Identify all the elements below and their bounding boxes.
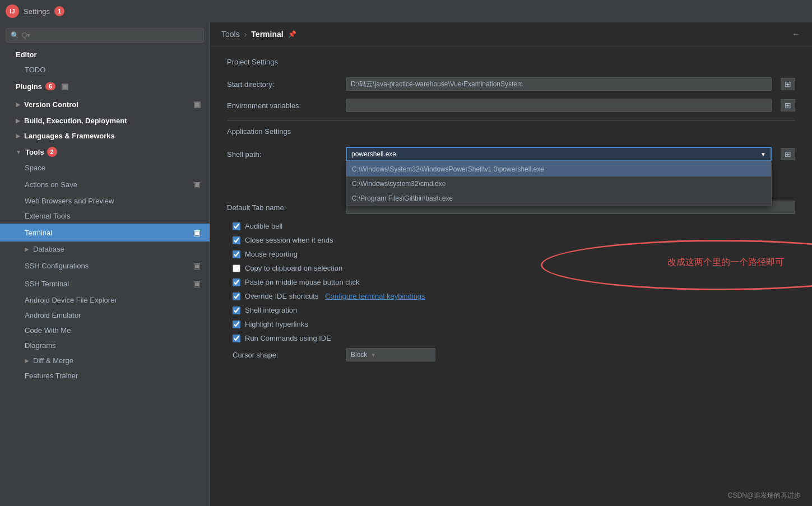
section-separator (227, 120, 795, 120)
sidebar-label-languages: Languages & Frameworks (24, 132, 115, 140)
shell-path-expand-btn[interactable]: ⊞ (781, 148, 795, 160)
checkbox-audible-bell-input[interactable] (233, 222, 240, 230)
sidebar-label-todo: TODO (25, 66, 45, 74)
sidebar-item-database[interactable]: ▶ Database (0, 242, 210, 257)
project-settings-section: Project Settings (227, 58, 795, 68)
sidebar-item-ssh-configurations[interactable]: SSH Configurations ▣ (0, 257, 210, 275)
version-control-monitor[interactable]: ▣ (191, 99, 203, 110)
sidebar-label-external-tools: External Tools (25, 212, 70, 220)
checkbox-paste-middle-input[interactable] (233, 278, 240, 286)
ssh-terminal-monitor[interactable]: ▣ (191, 278, 203, 289)
checkbox-mouse-reporting-label: Mouse reporting (245, 250, 298, 258)
sidebar-item-plugins[interactable]: Plugins 6 ▣ (0, 77, 210, 95)
env-variables-row: Environment variables: ⊞ (227, 99, 795, 112)
content-area: Tools › Terminal 📌 ← Project Settings St… (210, 22, 812, 506)
checkbox-override-ide-label: Override IDE shortcuts (245, 292, 321, 300)
sidebar-item-version-control[interactable]: ▶ Version Control ▣ (0, 95, 210, 113)
checkbox-shell-integration-label: Shell integration (245, 306, 297, 314)
shell-path-dropdown-menu: C:\Windows\System32\WindowsPowerShell\v1… (346, 161, 772, 206)
sidebar-item-build-execution[interactable]: ▶ Build, Execution, Deployment (0, 113, 210, 128)
checkbox-highlight-hyperlinks-label: Highlight hyperlinks (245, 320, 308, 328)
sidebar-item-diff-merge[interactable]: ▶ Diff & Merge (0, 353, 210, 368)
shell-path-label: Shell path: (227, 150, 339, 159)
breadcrumb-parent: Tools (221, 30, 240, 39)
checkbox-close-session: Close session when it ends (227, 236, 795, 244)
search-icon: 🔍 (11, 31, 19, 39)
title-bar-title: Settings (24, 7, 50, 16)
cursor-shape-dropdown[interactable]: Block ▼ (346, 348, 435, 361)
sidebar-item-tools[interactable]: ▼ Tools 2 (0, 143, 210, 160)
checkbox-paste-middle-label: Paste on middle mouse button click (245, 278, 360, 286)
env-variables-expand-btn[interactable]: ⊞ (781, 99, 795, 112)
dropdown-item-bash[interactable]: C:\Program Files\Git\bin\bash.exe (346, 191, 771, 206)
start-directory-field[interactable] (351, 80, 767, 88)
sidebar-item-android-emulator[interactable]: Android Emulator (0, 308, 210, 323)
sidebar-item-languages-frameworks[interactable]: ▶ Languages & Frameworks (0, 128, 210, 143)
cursor-shape-label: Cursor shape: (233, 351, 339, 359)
sidebar-item-diagrams[interactable]: Diagrams (0, 338, 210, 353)
start-directory-label: Start directory: (227, 80, 339, 89)
sidebar-label-actions-on-save: Actions on Save (25, 180, 77, 189)
sidebar-item-external-tools[interactable]: External Tools (0, 208, 210, 224)
cursor-shape-row: Cursor shape: Block ▼ (227, 348, 795, 361)
sidebar-label-editor: Editor (16, 50, 37, 59)
shell-path-dropdown[interactable]: powershell.exe ▼ (346, 147, 772, 161)
settings-content: Project Settings Start directory: ⊞ Envi… (210, 47, 812, 506)
diff-merge-arrow: ▶ (25, 358, 29, 364)
sidebar-label-diagrams: Diagrams (25, 341, 56, 350)
configure-keybindings-link[interactable]: Configure terminal keybindings (325, 292, 425, 300)
sidebar: 🔍 Editor TODO Plugins 6 ▣ ▶ Version Cont… (0, 22, 210, 506)
app-settings-section: Application Settings (227, 127, 795, 138)
plugins-monitor-icon[interactable]: ▣ (59, 81, 71, 92)
checkbox-close-session-label: Close session when it ends (245, 236, 333, 244)
nav-back-button[interactable]: ← (792, 29, 801, 39)
breadcrumb: Tools › Terminal 📌 ← (210, 22, 812, 47)
sidebar-item-space[interactable]: Space (0, 160, 210, 175)
start-directory-expand-btn[interactable]: ⊞ (781, 78, 795, 90)
env-variables-input[interactable] (346, 99, 772, 112)
sidebar-label-terminal: Terminal (25, 229, 52, 237)
sidebar-label-database: Database (33, 245, 64, 253)
sidebar-item-todo[interactable]: TODO (0, 62, 210, 77)
env-variables-field[interactable] (351, 101, 767, 109)
dropdown-item-cmd[interactable]: C:\Windows\system32\cmd.exe (346, 177, 771, 191)
sidebar-item-editor[interactable]: Editor (0, 47, 210, 62)
dropdown-arrow: ▼ (760, 151, 766, 157)
search-box[interactable]: 🔍 (6, 28, 204, 43)
start-directory-input[interactable] (346, 77, 772, 91)
pin-icon: 📌 (288, 30, 296, 38)
ssh-config-monitor[interactable]: ▣ (191, 260, 203, 271)
search-input[interactable] (22, 31, 199, 39)
checkbox-copy-clipboard-label: Copy to clipboard on selection (245, 264, 342, 272)
shell-path-value: powershell.exe (351, 150, 396, 158)
sidebar-item-ssh-terminal[interactable]: SSH Terminal ▣ (0, 275, 210, 293)
checkbox-copy-clipboard-input[interactable] (233, 264, 240, 272)
checkbox-audible-bell: Audible bell (227, 222, 795, 230)
checkbox-audible-bell-label: Audible bell (245, 222, 282, 230)
sidebar-label-web-browsers: Web Browsers and Preview (25, 197, 114, 205)
checkbox-highlight-hyperlinks-input[interactable] (233, 321, 240, 328)
sidebar-item-terminal[interactable]: Terminal ▣ (0, 224, 210, 242)
dropdown-item-powershell[interactable]: C:\Windows\System32\WindowsPowerShell\v1… (346, 162, 771, 177)
checkbox-mouse-reporting-input[interactable] (233, 250, 240, 258)
sidebar-item-code-with-me[interactable]: Code With Me (0, 323, 210, 338)
actions-monitor[interactable]: ▣ (191, 179, 203, 190)
sidebar-label-android-emulator: Android Emulator (25, 311, 81, 319)
checkbox-run-commands-label: Run Commands using IDE (245, 334, 331, 342)
dropdown-item-cmd-label: C:\Windows\system32\cmd.exe (352, 180, 446, 188)
sidebar-label-android-device: Android Device File Explorer (25, 296, 117, 304)
sidebar-item-web-browsers[interactable]: Web Browsers and Preview (0, 193, 210, 208)
sidebar-item-android-device[interactable]: Android Device File Explorer (0, 293, 210, 308)
title-bar: IJ Settings 1 (0, 0, 812, 22)
sidebar-item-features-trainer[interactable]: Features Trainer (0, 368, 210, 383)
start-directory-row: Start directory: ⊞ (227, 77, 795, 91)
checkbox-run-commands-input[interactable] (233, 335, 240, 342)
sidebar-label-tools: Tools (25, 148, 44, 156)
cursor-dropdown-arrow: ▼ (370, 352, 376, 358)
sidebar-label-ssh-configurations: SSH Configurations (25, 262, 89, 270)
sidebar-item-actions-on-save[interactable]: Actions on Save ▣ (0, 175, 210, 193)
checkbox-close-session-input[interactable] (233, 236, 240, 244)
terminal-monitor[interactable]: ▣ (191, 227, 203, 238)
checkbox-override-ide-input[interactable] (233, 293, 240, 300)
checkbox-shell-integration-input[interactable] (233, 307, 240, 314)
